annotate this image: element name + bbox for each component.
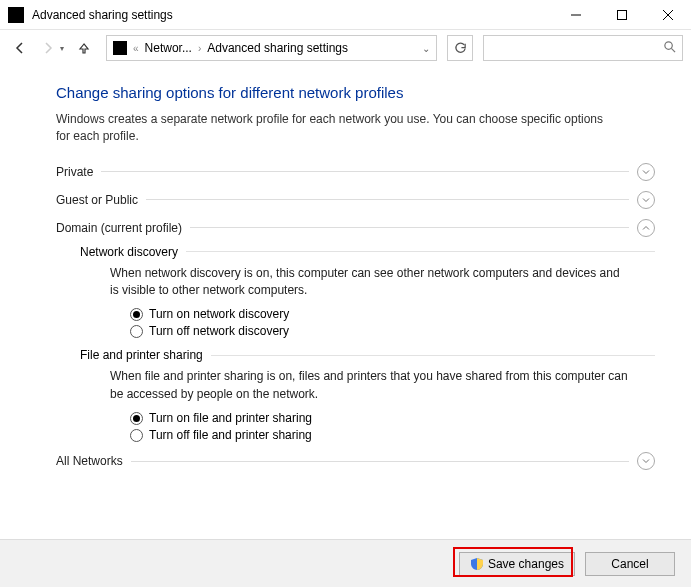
file-printer-options: Turn on file and printer sharing Turn of… [130,411,655,442]
back-button[interactable] [8,36,32,60]
divider [186,251,655,252]
network-discovery-label: Network discovery [80,245,178,259]
address-bar[interactable]: « Networ... › Advanced sharing settings … [106,35,437,61]
svg-line-5 [671,48,675,52]
save-changes-button[interactable]: Save changes [459,552,575,576]
radio-fp-off-label: Turn off file and printer sharing [149,428,312,442]
divider [101,171,629,172]
radio-icon [130,429,143,442]
location-icon [113,41,127,55]
close-button[interactable] [645,0,691,30]
titlebar: Advanced sharing settings [0,0,691,30]
section-guest-label: Guest or Public [56,193,138,207]
section-private[interactable]: Private [56,163,655,181]
window-title: Advanced sharing settings [32,8,173,22]
toolbar: ▾ « Networ... › Advanced sharing setting… [0,30,691,66]
radio-icon [130,308,143,321]
app-icon [8,7,24,23]
chevron-right-icon: › [198,43,201,54]
file-printer-label: File and printer sharing [80,348,203,362]
content-area: Change sharing options for different net… [0,66,691,538]
file-printer-desc: When file and printer sharing is on, fil… [110,368,630,403]
divider [131,461,629,462]
section-guest[interactable]: Guest or Public [56,191,655,209]
section-all-label: All Networks [56,454,123,468]
shield-icon [470,557,484,571]
section-domain[interactable]: Domain (current profile) [56,219,655,237]
section-domain-label: Domain (current profile) [56,221,182,235]
radio-nd-off[interactable]: Turn off network discovery [130,324,655,338]
up-button[interactable] [72,36,96,60]
minimize-button[interactable] [553,0,599,30]
collapse-domain-button[interactable] [637,219,655,237]
section-all-networks[interactable]: All Networks [56,452,655,470]
address-dropdown-icon[interactable]: ⌄ [422,43,430,54]
cancel-label: Cancel [611,557,648,571]
forward-button[interactable] [36,36,60,60]
history-dropdown-icon[interactable]: ▾ [60,44,64,53]
network-discovery-options: Turn on network discovery Turn off netwo… [130,307,655,338]
radio-fp-off[interactable]: Turn off file and printer sharing [130,428,655,442]
expand-guest-button[interactable] [637,191,655,209]
page-heading: Change sharing options for different net… [56,84,655,101]
radio-fp-on-label: Turn on file and printer sharing [149,411,312,425]
svg-rect-1 [618,10,627,19]
maximize-button[interactable] [599,0,645,30]
file-printer-header: File and printer sharing [80,348,655,362]
section-private-label: Private [56,165,93,179]
radio-icon [130,325,143,338]
svg-point-4 [665,42,672,49]
breadcrumb-network[interactable]: Networ... [145,41,192,55]
radio-nd-on[interactable]: Turn on network discovery [130,307,655,321]
search-icon [663,40,676,56]
cancel-button[interactable]: Cancel [585,552,675,576]
breadcrumb-current[interactable]: Advanced sharing settings [207,41,348,55]
expand-all-button[interactable] [637,452,655,470]
divider [190,227,629,228]
divider [211,355,655,356]
radio-icon [130,412,143,425]
network-discovery-desc: When network discovery is on, this compu… [110,265,630,300]
footer: Save changes Cancel [0,539,691,587]
save-changes-label: Save changes [488,557,564,571]
divider [146,199,629,200]
radio-nd-on-label: Turn on network discovery [149,307,289,321]
expand-private-button[interactable] [637,163,655,181]
chevron-icon: « [133,43,139,54]
search-box[interactable] [483,35,683,61]
page-subtext: Windows creates a separate network profi… [56,111,616,145]
window-buttons [553,0,691,30]
refresh-button[interactable] [447,35,473,61]
domain-body: Network discovery When network discovery… [80,245,655,443]
network-discovery-header: Network discovery [80,245,655,259]
radio-nd-off-label: Turn off network discovery [149,324,289,338]
radio-fp-on[interactable]: Turn on file and printer sharing [130,411,655,425]
